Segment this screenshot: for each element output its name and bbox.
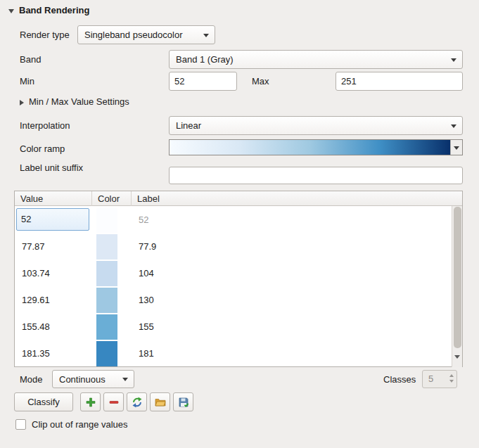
save-color-map-button[interactable] <box>173 392 193 411</box>
chevron-down-icon <box>451 124 456 128</box>
table-row[interactable]: 103.74 104 <box>15 260 451 287</box>
band-combo[interactable]: Band 1 (Gray) <box>169 50 463 69</box>
table-row[interactable]: 129.61 130 <box>15 287 451 314</box>
color-ramp-dropdown-button[interactable] <box>450 140 462 155</box>
table-row[interactable]: 52 52 <box>15 207 451 233</box>
band-value: Band 1 (Gray) <box>176 54 234 65</box>
expand-arrow-icon <box>20 100 24 105</box>
color-ramp-widget[interactable] <box>169 139 463 155</box>
value-cell[interactable]: 77.87 <box>22 233 45 260</box>
table-row[interactable]: 77.87 77.9 <box>15 233 451 260</box>
color-swatch[interactable] <box>96 261 117 286</box>
table-row[interactable]: 155.48 155 <box>15 314 451 340</box>
color-swatch[interactable] <box>96 288 117 313</box>
mode-value: Continuous <box>59 374 106 385</box>
table-row[interactable]: 181.35 181 <box>15 340 451 367</box>
chevron-down-icon <box>122 378 128 381</box>
remove-value-button[interactable] <box>103 392 124 411</box>
min-label: Min <box>20 76 34 87</box>
label-unit-suffix-label: Label unit suffix <box>20 162 87 174</box>
load-minmax-button[interactable] <box>127 392 147 411</box>
collapse-arrow-icon <box>8 9 14 13</box>
value-cell[interactable]: 103.74 <box>22 260 50 287</box>
table-header: Value Color Label <box>15 191 462 206</box>
max-input[interactable] <box>336 72 463 91</box>
band-rendering-panel: Band Rendering Render type Singleband ps… <box>0 0 479 448</box>
label-cell[interactable]: 130 <box>139 287 154 314</box>
load-color-map-button[interactable] <box>150 392 170 411</box>
clip-range-label[interactable]: Clip out of range values <box>32 419 128 430</box>
chevron-down-icon <box>203 34 209 37</box>
chevron-down-icon <box>451 58 456 62</box>
render-type-label: Render type <box>20 30 70 40</box>
table-scrollbar[interactable] <box>452 206 462 367</box>
value-cell[interactable]: 155.48 <box>22 314 50 340</box>
interpolation-combo[interactable]: Linear <box>169 116 463 135</box>
interpolation-value: Linear <box>176 120 201 131</box>
value-cell[interactable]: 181.35 <box>22 340 50 367</box>
scrollbar-thumb[interactable] <box>454 207 461 348</box>
min-input[interactable] <box>169 72 237 91</box>
label-cell[interactable]: 181 <box>139 340 154 367</box>
render-type-combo[interactable]: Singleband pseudocolor <box>77 25 215 44</box>
remove-icon <box>108 397 120 408</box>
value-cell[interactable]: 129.61 <box>22 287 50 314</box>
band-label: Band <box>20 54 41 65</box>
mode-combo[interactable]: Continuous <box>52 370 134 388</box>
label-cell[interactable]: 77.9 <box>139 233 156 260</box>
spinner-arrows-icon <box>449 374 454 383</box>
add-icon <box>85 397 96 408</box>
interpolation-label: Interpolation <box>20 120 70 131</box>
color-ramp-preview[interactable] <box>170 140 450 155</box>
chevron-down-icon <box>454 146 459 150</box>
refresh-icon <box>132 397 143 408</box>
scrollbar-down-icon[interactable] <box>454 355 460 359</box>
classes-value: 5 <box>428 373 433 384</box>
open-folder-icon <box>155 397 166 408</box>
label-cell[interactable]: 155 <box>139 314 154 340</box>
column-header-color[interactable]: Color <box>92 191 132 206</box>
add-value-button[interactable] <box>80 392 101 411</box>
band-rendering-header[interactable]: Band Rendering <box>8 5 89 15</box>
value-cell-editor[interactable]: 52 <box>16 208 89 231</box>
minmax-settings-group[interactable]: Min / Max Value Settings <box>20 96 129 107</box>
label-cell[interactable]: 104 <box>139 260 154 287</box>
mode-label: Mode <box>20 374 43 385</box>
save-icon <box>178 397 189 408</box>
color-swatch[interactable] <box>96 234 117 260</box>
classification-table: Value Color Label 52 52 77.87 77.9 103.7… <box>14 191 463 367</box>
max-label: Max <box>252 76 269 87</box>
classify-button[interactable]: Classify <box>14 392 73 411</box>
section-title: Band Rendering <box>19 5 89 15</box>
clip-range-checkbox[interactable] <box>15 419 26 430</box>
column-header-label[interactable]: Label <box>132 191 452 206</box>
color-ramp-label: Color ramp <box>20 143 65 154</box>
label-unit-suffix-input[interactable] <box>169 167 463 184</box>
minmax-settings-label: Min / Max Value Settings <box>29 96 129 107</box>
column-header-value[interactable]: Value <box>15 191 92 206</box>
label-cell[interactable]: 52 <box>139 207 148 233</box>
color-swatch[interactable] <box>96 207 117 233</box>
classes-label: Classes <box>383 374 416 385</box>
render-type-value: Singleband pseudocolor <box>84 30 183 40</box>
color-swatch[interactable] <box>96 341 117 366</box>
color-swatch[interactable] <box>96 314 117 340</box>
classes-spinner: 5 <box>422 370 457 388</box>
